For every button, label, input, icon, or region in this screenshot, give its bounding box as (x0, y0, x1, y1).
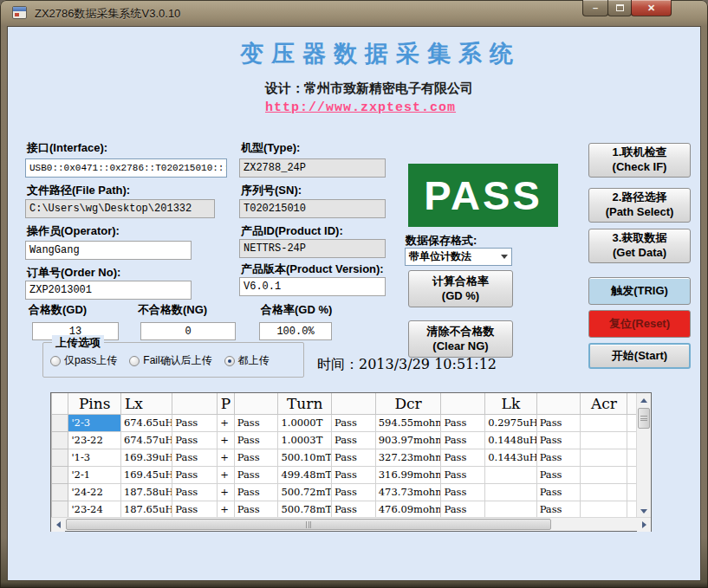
row-header[interactable] (52, 466, 68, 483)
file-path-field[interactable]: C:\Users\wg\Desktop\201332 (25, 199, 215, 218)
table-cell[interactable]: Pass (441, 466, 485, 483)
order-no-field[interactable]: ZXP2013001 (25, 281, 192, 300)
table-cell[interactable] (485, 501, 536, 518)
table-cell[interactable]: '2-1 (68, 466, 121, 483)
ng-count-field[interactable]: 0 (140, 322, 236, 340)
table-cell[interactable]: Pass (441, 414, 485, 431)
title-bar[interactable]: ZX2786数据采集系统V3.0.10 – ✕ (0, 0, 708, 26)
table-cell[interactable]: 0.2975uH (485, 414, 536, 431)
table-cell[interactable]: Pass (536, 483, 581, 501)
table-cell[interactable]: Pass (172, 431, 218, 449)
table-cell[interactable]: 473.73mohm (375, 483, 441, 501)
table-cell[interactable]: 500.78mT (278, 501, 332, 518)
table-cell[interactable] (581, 483, 627, 501)
column-header-blank[interactable] (332, 393, 376, 414)
start-button[interactable]: 开始(Start) (588, 343, 691, 369)
minimize-button[interactable]: – (582, 0, 608, 16)
table-cell[interactable]: Pass (332, 414, 376, 431)
horizontal-scrollbar[interactable] (51, 517, 651, 531)
product-id-field[interactable]: NETTRS-24P (239, 239, 386, 258)
row-header[interactable] (52, 414, 68, 431)
reset-button[interactable]: 复位(Reset) (588, 310, 691, 338)
column-header-pins[interactable]: Pins (68, 393, 121, 414)
radio-fail-confirm[interactable]: Fail确认后上传 (129, 353, 211, 368)
vertical-scrollbar[interactable] (636, 393, 651, 518)
column-header-acr[interactable]: Acr (581, 393, 627, 414)
column-header-blank[interactable] (52, 393, 68, 414)
operator-field[interactable]: WangGang (25, 241, 192, 260)
row-header[interactable] (52, 501, 68, 518)
table-cell[interactable]: 187.65uH (120, 501, 172, 518)
get-data-button[interactable]: 3.获取数据 (Get Data) (588, 229, 691, 263)
table-cell[interactable] (581, 414, 627, 431)
calc-rate-button[interactable]: 计算合格率 (GD %) (408, 270, 513, 307)
table-cell[interactable] (581, 449, 627, 466)
table-cell[interactable]: Pass (441, 431, 485, 449)
table-cell[interactable]: Pass (234, 414, 278, 431)
table-cell[interactable] (581, 501, 627, 518)
table-cell[interactable]: '23-22 (68, 431, 121, 449)
website-link[interactable]: http://www.zxptest.com (265, 100, 456, 115)
table-cell[interactable]: 1.0003T (278, 431, 332, 449)
table-cell[interactable]: Pass (172, 466, 218, 483)
radio-upload-all[interactable]: 都上传 (224, 353, 270, 368)
table-cell[interactable]: 500.10mT (278, 449, 332, 466)
table-cell[interactable]: Pass (234, 449, 278, 466)
gd-rate-field[interactable]: 100.0% (259, 322, 332, 340)
table-cell[interactable]: Pass (234, 466, 278, 483)
vertical-scroll-thumb[interactable] (638, 408, 650, 429)
table-cell[interactable]: + (218, 414, 234, 431)
table-cell[interactable]: Pass (536, 449, 581, 466)
scroll-up-icon[interactable] (637, 393, 651, 407)
column-header-dcr[interactable]: Dcr (375, 393, 441, 414)
table-cell[interactable]: Pass (234, 431, 278, 449)
row-header[interactable] (52, 431, 68, 449)
row-header[interactable] (52, 449, 68, 466)
close-button[interactable]: ✕ (631, 0, 672, 16)
table-cell[interactable]: 499.48mT (278, 466, 332, 483)
table-cell[interactable]: 1.0000T (278, 414, 332, 431)
table-cell[interactable]: '2-3 (68, 414, 121, 431)
column-header-blank[interactable] (234, 393, 278, 414)
table-cell[interactable]: 169.39uH (120, 449, 172, 466)
table-cell[interactable]: Pass (172, 483, 218, 501)
column-header-lk[interactable]: Lk (485, 393, 536, 414)
radio-pass-only[interactable]: 仅pass上传 (50, 353, 117, 368)
table-cell[interactable]: 327.23mohm (375, 449, 441, 466)
table-cell[interactable]: Pass (234, 501, 278, 518)
table-cell[interactable]: Pass (536, 501, 581, 518)
product-version-field[interactable]: V6.0.1 (239, 277, 386, 296)
save-format-combo[interactable]: 带单位计数法 (405, 248, 512, 266)
table-cell[interactable]: Pass (441, 501, 485, 518)
scroll-down-icon[interactable] (637, 504, 651, 518)
row-header[interactable] (52, 483, 68, 501)
trig-button[interactable]: 触发(TRIG) (588, 277, 691, 305)
table-cell[interactable]: Pass (536, 414, 581, 431)
table-cell[interactable]: + (218, 466, 234, 483)
column-header-lx[interactable]: Lx (120, 393, 172, 414)
table-cell[interactable]: + (218, 431, 234, 449)
horizontal-scroll-thumb[interactable] (66, 519, 551, 530)
table-cell[interactable]: '23-24 (68, 501, 121, 518)
table-cell[interactable]: Pass (441, 483, 485, 501)
table-cell[interactable] (485, 483, 536, 501)
table-cell[interactable]: Pass (172, 501, 218, 518)
table-cell[interactable]: + (218, 483, 234, 501)
check-if-button[interactable]: 1.联机检查 (Check IF) (588, 143, 691, 178)
column-header-turn[interactable]: Turn (278, 393, 332, 414)
table-cell[interactable] (485, 466, 536, 483)
table-cell[interactable]: 903.97mohm (375, 431, 441, 449)
table-cell[interactable]: Pass (332, 449, 376, 466)
table-cell[interactable]: + (218, 501, 234, 518)
table-cell[interactable]: 476.09mohm (375, 501, 441, 518)
scroll-right-icon[interactable] (637, 518, 651, 532)
table-cell[interactable]: Pass (172, 414, 218, 431)
table-cell[interactable]: Pass (536, 431, 581, 449)
table-cell[interactable]: Pass (172, 449, 218, 466)
scroll-left-icon[interactable] (51, 518, 65, 532)
path-select-button[interactable]: 2.路径选择 (Path Select) (588, 188, 691, 223)
table-cell[interactable]: Pass (441, 449, 485, 466)
interface-combo[interactable]: USB0::0x0471::0x2786::T020215010::: (25, 158, 227, 178)
table-cell[interactable]: 594.55mohm (375, 414, 441, 431)
table-cell[interactable]: Pass (332, 466, 376, 483)
